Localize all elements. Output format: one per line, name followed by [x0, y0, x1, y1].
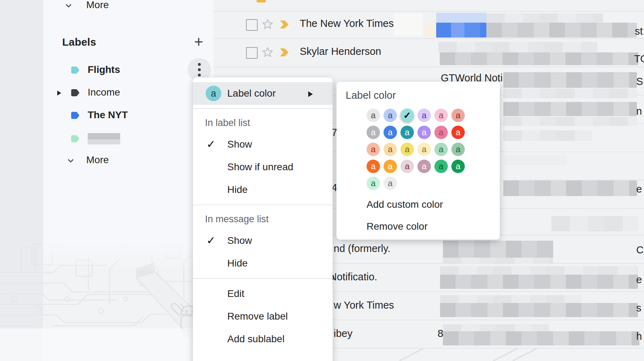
color-swatch[interactable]: a — [400, 126, 414, 139]
blurred-subject — [503, 130, 592, 141]
label-name: Income — [88, 87, 120, 98]
color-swatch[interactable]: a — [384, 160, 397, 173]
blurred-chip — [425, 22, 437, 38]
importance-marker-icon[interactable] — [279, 19, 291, 30]
blurred-label-name — [88, 133, 120, 144]
row-divider — [213, 38, 644, 39]
page-left-margin — [0, 0, 43, 361]
menu-divider — [193, 205, 333, 205]
menu-divider — [193, 278, 333, 279]
color-swatch[interactable]: a — [417, 160, 431, 173]
sidebar-label-income[interactable]: Income — [43, 81, 185, 104]
color-swatch[interactable]: a — [451, 160, 465, 173]
label-tag-icon — [69, 65, 81, 75]
color-swatch[interactable]: a — [451, 126, 465, 139]
color-swatch[interactable]: a — [451, 109, 465, 122]
clipped-text-fragment: 8 — [438, 328, 443, 339]
sidebar-label-redacted[interactable] — [43, 127, 185, 150]
color-swatch[interactable]: a — [367, 177, 380, 190]
sidebar-label-the-nyt[interactable]: The NYT — [43, 104, 185, 127]
sidebar-item-more-labels[interactable]: More — [86, 154, 109, 166]
sender-name: ibey — [334, 328, 352, 339]
label-tag-icon — [69, 87, 81, 98]
color-swatch[interactable]: a — [417, 143, 431, 156]
menu-action-edit[interactable]: Edit — [193, 282, 333, 305]
menu-option-show[interactable]: ✓Show — [193, 133, 333, 156]
expand-sublabels-icon[interactable] — [57, 91, 61, 96]
menu-item-label-color[interactable]: a Label color — [193, 82, 333, 105]
color-swatch[interactable]: a — [400, 143, 414, 156]
importance-marker-icon — [257, 0, 266, 2]
color-swatch[interactable]: a — [384, 109, 397, 122]
blurred-subject — [503, 180, 637, 196]
menu-option-show-if-unread[interactable]: Show if unread — [193, 156, 333, 178]
blurred-subject — [443, 324, 549, 331]
menu-option-label: Show if unread — [227, 161, 293, 172]
menu-option-hide[interactable]: Hide — [193, 178, 333, 201]
color-swatch-selected[interactable]: ✓ — [400, 109, 414, 122]
color-swatch[interactable]: a — [400, 160, 414, 173]
menu-option-hide[interactable]: Hide — [193, 252, 333, 275]
blurred-subject — [551, 216, 638, 231]
color-swatch[interactable]: a — [417, 126, 431, 139]
color-swatch[interactable]: a — [384, 177, 397, 190]
blurred-subject — [438, 42, 597, 52]
blurred-subject — [440, 295, 581, 303]
sidebar-label-flights[interactable]: Flights — [43, 59, 185, 81]
menu-option-label: Hide — [227, 184, 248, 195]
menu-option-show[interactable]: ✓Show — [193, 229, 333, 252]
select-checkbox[interactable] — [246, 19, 258, 31]
color-swatch[interactable]: a — [367, 143, 380, 156]
color-swatch[interactable]: a — [367, 126, 380, 139]
sender-name: nd (formerly. — [334, 243, 391, 254]
menu-section-header: In message list — [193, 209, 333, 229]
star-icon[interactable] — [261, 18, 274, 31]
row-divider — [213, 11, 644, 12]
blurred-subject — [503, 117, 637, 126]
blurred-subject — [443, 258, 553, 264]
label-name: Flights — [88, 64, 120, 75]
sidebar-item-more-collapse[interactable]: More — [86, 0, 109, 11]
remove-color-button[interactable]: Remove color — [367, 216, 500, 237]
color-swatch-grid: aa✓aaaaaaaaaaaaaaaaaaaaaaa — [367, 109, 465, 190]
sidebar-background — [43, 0, 213, 361]
blurred-subject — [503, 88, 637, 98]
clipped-text-fragment: S — [636, 76, 643, 87]
clipped-text-fragment: s — [636, 302, 642, 314]
menu-item-label: Label color — [227, 88, 276, 99]
sender-name: w York Times — [334, 299, 394, 311]
row-divider — [213, 67, 644, 67]
color-swatch[interactable]: a — [434, 143, 448, 156]
add-custom-color-button[interactable]: Add custom color — [367, 194, 500, 216]
blurred-subject — [443, 241, 553, 258]
clipped-text-fragment: n — [636, 105, 642, 117]
color-swatch[interactable]: a — [417, 109, 431, 122]
check-icon: ✓ — [206, 133, 216, 156]
chevron-down-icon[interactable] — [66, 156, 76, 166]
select-checkbox[interactable] — [246, 47, 258, 59]
dot — [198, 63, 201, 66]
menu-action-add-sublabel[interactable]: Add sublabel — [193, 328, 333, 350]
blurred-subject — [436, 23, 486, 38]
blurred-subject — [486, 13, 603, 23]
chevron-down-icon[interactable] — [64, 1, 74, 11]
color-swatch[interactable]: a — [384, 143, 397, 156]
blurred-subject — [440, 275, 638, 289]
page-background-lower — [0, 328, 213, 361]
label-color-picker: Label color aa✓aaaaaaaaaaaaaaaaaaaaaaa A… — [336, 82, 500, 240]
star-icon[interactable] — [261, 46, 274, 59]
clipped-text-fragment: e — [636, 183, 642, 195]
submenu-arrow-icon — [308, 91, 313, 97]
sender-name: Skylar Henderson — [300, 46, 381, 57]
color-swatch[interactable]: a — [451, 143, 465, 156]
menu-action-remove-label[interactable]: Remove label — [193, 305, 333, 328]
color-swatch[interactable]: a — [367, 109, 380, 122]
create-label-button[interactable]: + — [191, 34, 206, 50]
color-swatch[interactable]: a — [434, 126, 448, 139]
color-swatch[interactable]: a — [384, 126, 397, 139]
picker-title: Label color — [336, 90, 500, 104]
color-swatch[interactable]: a — [434, 160, 448, 173]
color-swatch[interactable]: a — [434, 109, 448, 122]
color-swatch[interactable]: a — [367, 160, 380, 173]
importance-marker-icon[interactable] — [279, 47, 291, 58]
